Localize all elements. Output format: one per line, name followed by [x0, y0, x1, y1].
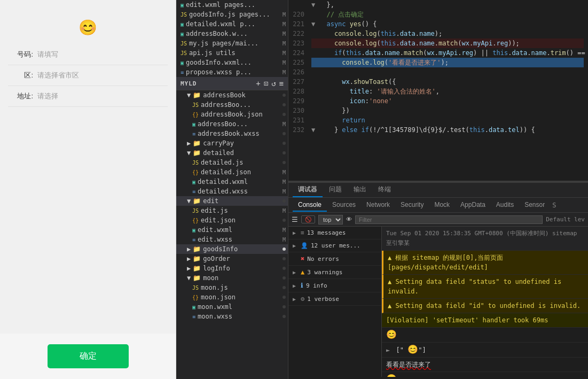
tab-sources[interactable]: Sources [327, 199, 361, 212]
tab-mock[interactable]: Mock [429, 199, 455, 212]
sidebar-toggle-icon[interactable]: ☰ [292, 215, 298, 223]
eye-icon[interactable]: 👁 [346, 216, 352, 223]
wxml-icon: ▣ [192, 121, 195, 127]
file-moon-js[interactable]: JS moon.js [176, 283, 288, 292]
file-moon-wxss[interactable]: ≡ moon.wxss [176, 312, 288, 321]
devtools-top-tabs: 调试器 问题 输出 终端 [288, 183, 588, 198]
clear-console-button[interactable]: 🚫 [301, 215, 315, 223]
add-icon[interactable]: + [256, 79, 260, 88]
emoji-display: 😊 [8, 11, 168, 44]
tab-appdata[interactable]: AppData [455, 199, 491, 212]
log-timestamp: Tue Sep 01 2020 15:38:35 GMT+0800 (中国标准时… [382, 227, 588, 251]
line-numbers: 220 221 222 223 224 225 226 227 228 229 … [288, 0, 307, 181]
file-item-goodsinfo-wxml[interactable]: ▣ goodsInfo.wxml... M [176, 58, 288, 67]
file-item-my-js[interactable]: JS my.js pages/mai... M [176, 38, 288, 48]
json-icon: {} [192, 169, 199, 175]
sidebar-verbose[interactable]: ▶ ⚙ 1 verbose [288, 292, 381, 306]
tab-network[interactable]: Network [361, 199, 395, 212]
list-icon: ≡ [301, 229, 304, 236]
file-edit-wxml[interactable]: ▣ edit.wxml M [176, 225, 288, 235]
folder-loginfo[interactable]: ▶ 📁 logInfo [176, 264, 288, 273]
confirm-button[interactable]: 确定 [48, 344, 129, 368]
wxss-icon: ≡ [192, 237, 195, 243]
file-detailed-js[interactable]: JS detailed.js [176, 158, 288, 167]
sidebar-user-messages[interactable]: ▶ 👤 12 user mes... [288, 239, 381, 252]
file-tree-section-header: MYLD + ⊡ ↺ ≡ [176, 77, 288, 90]
js-icon: JS [192, 102, 199, 108]
violation-text: [Violation] 'setTimeout' handler took 69… [386, 316, 548, 324]
sidebar-info[interactable]: ▶ ℹ 9 info [288, 279, 381, 292]
code-line: }) [311, 106, 584, 115]
file-edit-json[interactable]: {} edit.json [176, 215, 288, 225]
tab-terminal[interactable]: 终端 [373, 183, 396, 197]
file-detailed-wxml[interactable]: ▣ detailed.wxml M [176, 177, 288, 187]
more-tabs-indicator: S [552, 202, 556, 209]
label-code: 号码: [8, 50, 37, 59]
console-main: ▶ ≡ 13 messages ▶ 👤 12 user mes... ✖ No … [288, 227, 588, 377]
code-line: title: '请输入合法的姓名', [311, 87, 584, 96]
file-addressbook-wxss[interactable]: ≡ addressBook.wxss [176, 129, 288, 138]
code-line: ▼ async yes() { [311, 19, 584, 29]
sidebar-all-messages[interactable]: ▶ ≡ 13 messages [288, 227, 381, 239]
wxss-icon: ≡ [192, 314, 195, 320]
folder-icon: 📁 [193, 149, 201, 157]
file-edit-wxss[interactable]: ≡ edit.wxss M [176, 235, 288, 244]
file-item-api-js[interactable]: JS api.js utils M [176, 48, 288, 58]
refresh-icon[interactable]: ↺ [271, 79, 276, 88]
folder-detailed[interactable]: ▼ 📁 detailed [176, 148, 288, 158]
file-detailed-json[interactable]: {} detailed.json M [176, 167, 288, 177]
json-icon: {} [192, 112, 199, 118]
code-editor-section: 220 221 222 223 224 225 226 227 228 229 … [288, 0, 588, 182]
folder-carrypay[interactable]: ▶ 📁 carryPay [176, 138, 288, 148]
code-content: ▼ }, // 点击确定 ▼ async yes() { console.log… [307, 0, 588, 181]
file-moon-json[interactable]: {} moon.json [176, 292, 288, 302]
folder-addressbook[interactable]: ▼ 📁 addressBook [176, 90, 288, 100]
code-line: console.log(this.data.name); [311, 29, 584, 38]
log-chinese-1: 看看是否进来了 [382, 358, 588, 372]
file-detailed-wxss[interactable]: ≡ detailed.wxss M [176, 187, 288, 196]
tab-sensor[interactable]: Sensor [519, 199, 550, 212]
file-edit-js[interactable]: JS edit.js M [176, 206, 288, 215]
folder-icon: 📁 [193, 245, 201, 253]
folder-arrow: ▶ [187, 265, 191, 272]
tab-security[interactable]: Security [395, 199, 429, 212]
warn-text: ▲ Setting data field "status" to undefin… [388, 278, 561, 295]
tab-audits[interactable]: Audits [491, 199, 519, 212]
file-item-addressbook-w[interactable]: ▣ addressBook.w... M [176, 29, 288, 38]
wxss-icon: ≡ [192, 131, 195, 137]
tab-output[interactable]: 输出 [348, 183, 372, 197]
sidebar-errors[interactable]: ✖ No errors [288, 252, 381, 266]
file-addressbook-json[interactable]: {} addressBook.json [176, 110, 288, 119]
sidebar-warnings[interactable]: ▶ ▲ 3 warnings [288, 266, 381, 279]
file-item-edit-wxml[interactable]: ▣ edit.wxml pages... [176, 0, 288, 10]
tree-icons[interactable]: + ⊡ ↺ ≡ [256, 79, 284, 88]
warn-icon: ▲ [301, 268, 304, 276]
emoji-display: 😊 [386, 329, 397, 339]
right-panel: 220 221 222 223 224 225 226 227 228 229 … [288, 0, 588, 379]
menu-icon[interactable]: ≡ [279, 79, 284, 88]
tab-problems[interactable]: 问题 [324, 183, 347, 197]
folder-arrow: ▶ [187, 255, 191, 262]
filter-input[interactable] [355, 215, 543, 224]
folder-moon[interactable]: ▼ 📁 moon [176, 273, 288, 283]
context-selector[interactable]: top [318, 215, 343, 225]
file-addressbook-js[interactable]: JS addressBoo... [176, 100, 288, 110]
folder-goodsinfo[interactable]: ▶ 📁 goodsInfo [176, 244, 288, 254]
code-line: wx.showToast({ [311, 77, 584, 87]
file-addressbook-wxml[interactable]: ▣ addressBoo... M [176, 119, 288, 129]
file-item-detailed-wxml[interactable]: ▣ detailed.wxml p... M [176, 19, 288, 29]
log-expand-1[interactable]: ► [" 😊"] [382, 343, 588, 358]
tab-debugger[interactable]: 调试器 [293, 183, 323, 197]
folder-icon[interactable]: ⊡ [264, 79, 268, 88]
file-moon-wxml[interactable]: ▣ moon.wxml [176, 302, 288, 312]
code-line: return [311, 115, 584, 125]
wxml-icon: ▣ [181, 31, 184, 37]
file-item-goodsinfo-js[interactable]: JS goodsInfo.js pages... M [176, 10, 288, 19]
folder-edit[interactable]: ▼ 📁 edit [176, 196, 288, 206]
folder-goorder[interactable]: ▶ 📁 goOrder [176, 254, 288, 264]
tab-console[interactable]: Console [293, 199, 327, 212]
code-line: // 点击确定 [311, 10, 584, 19]
file-item-propose-wxss[interactable]: ≡ propose.wxss p... M [176, 67, 288, 77]
form-row-address: 地址: 请选择 [8, 86, 168, 107]
left-form-panel: 😊 号码: 请填写 区: 请选择省市区 地址: 请选择 确定 [0, 0, 176, 379]
